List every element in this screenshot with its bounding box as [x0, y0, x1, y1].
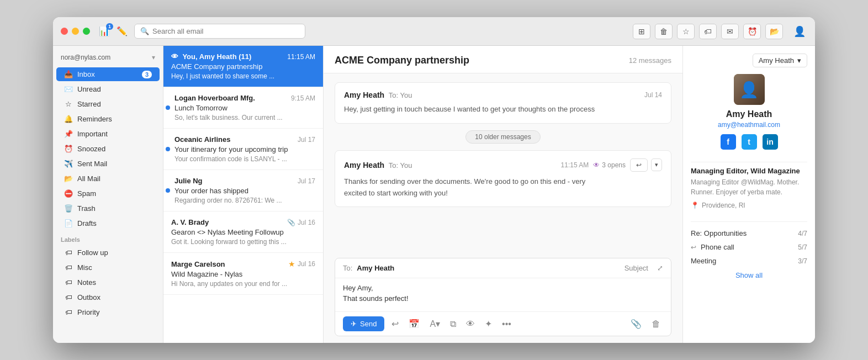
- search-input[interactable]: [152, 27, 299, 35]
- email-item[interactable]: Julie Ng Jul 17 Your order has shipped R…: [163, 170, 323, 211]
- thread-row-label: Phone call: [701, 243, 734, 251]
- trash-button[interactable]: 🗑: [655, 24, 673, 39]
- sidebar-item-important[interactable]: 📌 Important: [56, 127, 160, 141]
- sidebar-item-inbox[interactable]: 📥 Inbox 3: [56, 67, 160, 81]
- contact-email[interactable]: amy@heathmail.com: [691, 121, 807, 129]
- maximize-button[interactable]: [83, 28, 90, 35]
- compose-subject-label[interactable]: Subject: [624, 264, 648, 272]
- inbox-badge: 3: [142, 71, 152, 78]
- divider: [691, 221, 807, 222]
- email-preview: Hi Nora, any updates on your end for ...: [171, 280, 315, 288]
- search-icon: 🔍: [140, 27, 149, 35]
- show-all-button[interactable]: Show all: [691, 268, 807, 283]
- email-time: Jul 17: [298, 177, 315, 185]
- undo-icon[interactable]: ↩: [389, 317, 401, 330]
- message-card[interactable]: Amy Heath To: You 11:15 AM 👁 3 opens ↩: [335, 150, 671, 208]
- contact-dropdown-label: Amy Heath: [759, 56, 794, 65]
- archive-icon: ⊞: [638, 27, 645, 36]
- linkedin-icon[interactable]: in: [763, 134, 778, 150]
- move-icon: ✉: [727, 27, 733, 36]
- location-icon: 📍: [691, 202, 699, 209]
- tag-button[interactable]: 🏷: [699, 24, 717, 39]
- email-subject: Gearon <> Nylas Meeting Followup: [171, 228, 315, 236]
- account-label[interactable]: nora@nylas.com ▾: [53, 51, 163, 67]
- sidebar-item-notes[interactable]: 🏷 Notes: [56, 276, 160, 289]
- email-item[interactable]: Logan Hoverboard Mfg. 9:15 AM Lunch Tomo…: [163, 87, 323, 129]
- sidebar-item-misc[interactable]: 🏷 Misc: [56, 261, 160, 274]
- compose-body-line1: Hey Amy,: [343, 284, 663, 292]
- older-messages-button[interactable]: 10 older messages: [465, 130, 540, 144]
- facebook-icon[interactable]: f: [721, 134, 736, 150]
- compose-area: To: Amy Heath Subject ⤢ Hey Amy, That so…: [335, 258, 671, 336]
- titlebar-icons: 📊 1 ✏️: [99, 26, 128, 36]
- clock-icon: ⏰: [748, 27, 757, 36]
- sidebar-item-sent[interactable]: ✈️ Sent Mail: [56, 157, 160, 171]
- thread-row-label: Re: Opportunities: [691, 229, 747, 237]
- compose-body-line2: That sounds perfect!: [343, 294, 663, 303]
- sidebar-item-unread[interactable]: ✉️ Unread: [56, 82, 160, 96]
- copy-icon[interactable]: ⧉: [447, 318, 459, 330]
- attach-icon[interactable]: 📎: [628, 317, 644, 330]
- email-subject: Lunch Tomorrow: [174, 104, 315, 112]
- message-time: 11:15 AM: [561, 161, 589, 169]
- sidebar-item-label: Snoozed: [77, 145, 105, 153]
- activity-icon[interactable]: 📊 1: [99, 26, 110, 36]
- send-button[interactable]: ✈ Send: [343, 316, 384, 331]
- compose-to-label: To:: [343, 264, 352, 272]
- move-button[interactable]: ✉: [721, 24, 739, 39]
- reply-button[interactable]: ↩: [630, 158, 648, 172]
- email-time: Jul 17: [298, 136, 315, 144]
- sidebar-item-outbox[interactable]: 🏷 Outbox: [56, 290, 160, 304]
- sidebar-item-snoozed[interactable]: ⏰ Snoozed: [56, 142, 160, 156]
- compose-icon[interactable]: ✏️: [117, 26, 128, 36]
- sidebar-item-all[interactable]: 📂 All Mail: [56, 172, 160, 186]
- snoozed-icon: ⏰: [64, 145, 73, 153]
- email-item[interactable]: Oceanic Airlines Jul 17 Your itinerary f…: [163, 129, 323, 170]
- email-item[interactable]: 👁 You, Amy Heath (11) 11:15 AM ACME Comp…: [163, 46, 323, 87]
- folder-button[interactable]: 📂: [765, 24, 783, 39]
- sidebar-item-spam[interactable]: ⛔ Spam: [56, 187, 160, 200]
- close-button[interactable]: [61, 28, 68, 35]
- contact-header: Amy Heath ▾: [691, 54, 807, 67]
- thread-row[interactable]: Meeting 3/7: [691, 254, 807, 268]
- search-bar[interactable]: 🔍: [134, 24, 305, 39]
- reply-controls: ↩ ▾: [630, 158, 662, 172]
- expand-button[interactable]: ▾: [651, 158, 662, 171]
- twitter-icon[interactable]: t: [742, 134, 757, 150]
- main-content: nora@nylas.com ▾ 📥 Inbox 3 ✉️ Unread ☆ S…: [53, 46, 815, 343]
- message-card[interactable]: Amy Heath To: You Jul 14 Hey, just getti…: [335, 82, 671, 124]
- snooze-button[interactable]: ⏰: [743, 24, 761, 39]
- sidebar-item-reminders[interactable]: 🔔 Reminders: [56, 112, 160, 126]
- sidebar-item-trash[interactable]: 🗑️ Trash: [56, 202, 160, 215]
- message-body: Hey, just getting in touch because I wan…: [344, 104, 662, 115]
- email-item[interactable]: Marge Carelson ★ Jul 16 Wild Magazine - …: [163, 253, 323, 295]
- sparkle-icon[interactable]: ✦: [482, 317, 495, 330]
- email-item[interactable]: A. V. Brady 📎 Jul 16 Gearon <> Nylas Mee…: [163, 211, 323, 253]
- sidebar-item-follow-up[interactable]: 🏷 Follow up: [56, 246, 160, 260]
- font-icon[interactable]: A▾: [427, 317, 443, 330]
- contact-dropdown-button[interactable]: Amy Heath ▾: [753, 54, 807, 67]
- thread-row[interactable]: Re: Opportunities 4/7: [691, 226, 807, 240]
- thread-row[interactable]: ↩ Phone call 5/7: [691, 240, 807, 254]
- more-icon[interactable]: •••: [499, 318, 514, 330]
- star-button[interactable]: ☆: [677, 24, 695, 39]
- compose-expand-icon[interactable]: ⤢: [657, 264, 663, 272]
- label-icon: 🏷: [64, 308, 73, 316]
- compose-body[interactable]: Hey Amy, That sounds perfect!: [335, 278, 671, 311]
- sidebar-item-drafts[interactable]: 📄 Drafts: [56, 216, 160, 230]
- sidebar-item-starred[interactable]: ☆ Starred: [56, 97, 160, 111]
- sidebar-item-label: Important: [77, 130, 108, 138]
- tag-icon: 🏷: [704, 27, 712, 36]
- minimize-button[interactable]: [72, 28, 79, 35]
- sidebar-item-priority[interactable]: 🏷 Priority: [56, 305, 160, 319]
- message-meta: 11:15 AM 👁 3 opens ↩ ▾: [561, 158, 662, 172]
- tracking-icon[interactable]: 👁: [463, 318, 478, 330]
- thread-row-count: 5/7: [798, 243, 807, 251]
- archive-button[interactable]: ⊞: [633, 24, 650, 39]
- calendar-icon[interactable]: 📅: [406, 317, 422, 330]
- label-icon: 🏷: [64, 278, 73, 287]
- profile-button[interactable]: 👤: [792, 24, 807, 39]
- delete-icon[interactable]: 🗑: [649, 318, 663, 330]
- unread-indicator: [166, 105, 170, 110]
- email-time: Jul 16: [298, 219, 315, 226]
